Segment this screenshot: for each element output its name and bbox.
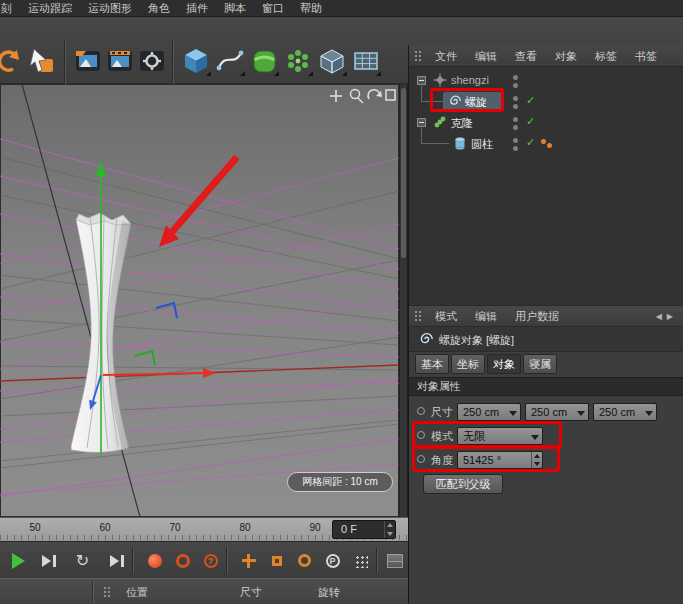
render-settings-button[interactable]	[136, 45, 168, 77]
size-column-label: 尺寸	[240, 585, 262, 600]
record-button[interactable]	[142, 548, 167, 573]
selection-tool-button[interactable]	[26, 45, 58, 77]
right-panel: 文件 编辑 查看 对象 标签 书签 shengzi	[408, 45, 683, 604]
enabled-check-icon[interactable]: ✓	[526, 136, 535, 149]
add-cube-button[interactable]	[180, 45, 212, 77]
enabled-check-icon[interactable]: ✓	[526, 94, 535, 107]
goto-end-button[interactable]	[104, 548, 129, 573]
rotation-plane-handle-green[interactable]	[135, 351, 155, 365]
keyframe-dot-icon[interactable]	[417, 431, 425, 439]
loop-button[interactable]: ↻	[70, 548, 95, 573]
tab-extra[interactable]: 寝属	[523, 354, 557, 374]
frame-spinner[interactable]	[384, 521, 395, 538]
current-frame-field[interactable]: 0 F	[332, 520, 396, 539]
am-menu-mode[interactable]: 模式	[426, 305, 466, 327]
menu-item-sculpt-cut[interactable]: 刻	[0, 0, 20, 17]
object-row-cloner[interactable]: 克隆 ✓	[409, 112, 683, 133]
object-label: shengzi	[451, 74, 489, 86]
flyout-corner	[240, 71, 245, 76]
menu-item-mograph[interactable]: 运动图形	[80, 0, 140, 17]
viewport-3d[interactable]	[0, 84, 399, 517]
transport-divider	[132, 547, 133, 574]
visibility-dots[interactable]	[513, 138, 518, 154]
menu-item-script[interactable]: 脚本	[216, 0, 254, 17]
grid-table-button[interactable]	[350, 45, 382, 77]
mograph-tag-icon[interactable]	[541, 139, 555, 149]
display-mode-button[interactable]	[316, 45, 348, 77]
key-rotation-toggle[interactable]	[292, 548, 317, 573]
play-button[interactable]	[6, 548, 31, 573]
key-pla-toggle[interactable]	[348, 548, 373, 573]
object-row-cylinder[interactable]: 圆柱 ✓	[409, 133, 683, 154]
om-menu-edit[interactable]: 编辑	[466, 45, 506, 67]
viewport-zoom-icon[interactable]	[351, 90, 364, 104]
tab-object[interactable]: 对象	[487, 354, 521, 374]
object-row-helix[interactable]: 螺旋 ✓	[409, 91, 683, 112]
scrollbar-thumb[interactable]	[401, 88, 406, 258]
match-to-parent-button[interactable]: 匹配到父级	[423, 474, 503, 494]
object-row-shengzi[interactable]: shengzi	[409, 70, 683, 91]
key-parameter-toggle[interactable]: P	[320, 548, 345, 573]
visibility-dots[interactable]	[513, 117, 518, 133]
helix-spline-icon	[447, 94, 461, 108]
om-menu-tags[interactable]: 标签	[586, 45, 626, 67]
keyframe-dot-icon[interactable]	[417, 407, 425, 415]
keyframe-selection-button[interactable]: ?	[198, 548, 223, 573]
null-object-icon	[433, 73, 447, 87]
visibility-dots[interactable]	[513, 75, 518, 91]
om-menu-file[interactable]: 文件	[426, 45, 466, 67]
visibility-dots[interactable]	[513, 96, 518, 112]
menu-item-window[interactable]: 窗口	[254, 0, 292, 17]
om-menu-objects[interactable]: 对象	[546, 45, 586, 67]
helix-object-icon	[417, 331, 433, 347]
next-frame-button[interactable]	[36, 548, 61, 573]
spin-up-icon	[534, 454, 540, 458]
render-view-button[interactable]	[72, 45, 104, 77]
angle-input[interactable]: 51425 °	[457, 451, 543, 469]
render-to-picture-viewer-button[interactable]	[104, 45, 136, 77]
loop-icon: ↻	[76, 553, 89, 569]
rotation-plane-handle-blue[interactable]	[156, 303, 177, 318]
autokey-button[interactable]	[170, 548, 195, 573]
menu-item-character[interactable]: 角色	[140, 0, 178, 17]
menu-item-motion-tracking[interactable]: 运动跟踪	[20, 0, 80, 17]
flyout-corner	[308, 71, 313, 76]
am-menu-userdata[interactable]: 用户数据	[506, 305, 568, 327]
key-scale-toggle[interactable]	[264, 548, 289, 573]
panel-grip-icon[interactable]	[414, 309, 423, 323]
mode-select[interactable]: 无限	[457, 427, 543, 445]
panes-icon	[387, 554, 403, 568]
object-label: 克隆	[451, 116, 473, 131]
goto-end-icon	[110, 555, 119, 567]
undo-button[interactable]	[0, 45, 22, 77]
enabled-check-icon[interactable]: ✓	[526, 115, 535, 128]
om-menu-bookmarks[interactable]: 书签	[626, 45, 666, 67]
viewport-pan-icon[interactable]	[330, 90, 342, 102]
subdivision-surface-button[interactable]	[248, 45, 280, 77]
spin-down-icon	[534, 462, 540, 466]
array-object-button[interactable]	[282, 45, 314, 77]
panel-grip-icon[interactable]	[103, 585, 112, 599]
om-menu-view[interactable]: 查看	[506, 45, 546, 67]
viewport-maximize-icon[interactable]	[386, 90, 395, 100]
panel-grip-icon[interactable]	[414, 49, 423, 63]
tab-basic[interactable]: 基本	[415, 354, 449, 374]
viewport-scrollbar[interactable]	[399, 84, 408, 517]
keyframe-dot-icon[interactable]	[417, 455, 425, 463]
size-x-select[interactable]: 250 cm	[457, 403, 521, 421]
history-arrows[interactable]: ◀▶	[656, 306, 678, 328]
tab-coordinates[interactable]: 坐标	[451, 354, 485, 374]
timeline-ruler[interactable]: 50 60 70 80 90 0 F	[0, 517, 408, 541]
menu-item-help[interactable]: 帮助	[292, 0, 330, 17]
spinner[interactable]	[531, 452, 542, 468]
viewport-rotate-icon[interactable]	[368, 90, 382, 99]
size-y-select[interactable]: 250 cm	[525, 403, 589, 421]
key-position-toggle[interactable]	[236, 548, 261, 573]
layout-panes-button[interactable]	[382, 548, 407, 573]
size-z-select[interactable]: 250 cm	[593, 403, 657, 421]
render-settings-gear-icon	[138, 47, 166, 75]
toolbar-divider	[64, 39, 65, 85]
spline-pen-button[interactable]	[214, 45, 246, 77]
am-menu-edit[interactable]: 编辑	[466, 305, 506, 327]
menu-item-plugins[interactable]: 插件	[178, 0, 216, 17]
